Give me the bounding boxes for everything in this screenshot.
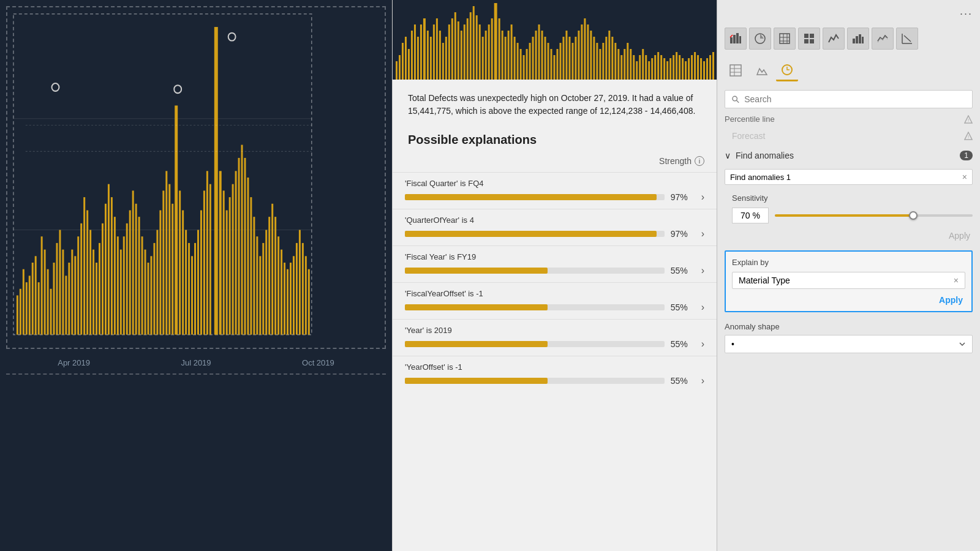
svg-rect-172	[602, 43, 604, 80]
percentile-warning-icon: !	[964, 115, 973, 124]
viz-icon-7[interactable]	[872, 28, 894, 50]
expand-chevron-3[interactable]: ›	[701, 302, 704, 313]
anomaly-shape-label: Anomaly shape	[725, 322, 973, 331]
more-options-icon[interactable]: ...	[960, 5, 973, 18]
svg-rect-47	[148, 263, 149, 335]
search-bar[interactable]	[725, 90, 973, 108]
svg-rect-168	[590, 31, 592, 80]
svg-rect-60	[188, 243, 190, 335]
svg-rect-162	[571, 43, 573, 80]
slider-fill	[775, 214, 913, 217]
svg-rect-49	[153, 243, 155, 335]
slider-thumb[interactable]	[909, 211, 918, 220]
viz-icon-2[interactable]	[749, 28, 771, 50]
svg-rect-122	[448, 24, 450, 80]
viz-icon-1[interactable]	[725, 28, 747, 50]
anomaly-apply-button[interactable]: Apply	[717, 226, 980, 246]
svg-rect-202	[694, 52, 696, 80]
svg-rect-116	[430, 37, 432, 80]
explanations-title: Possible explanations	[393, 127, 717, 156]
format-tool-icon[interactable]	[750, 59, 772, 81]
svg-rect-24	[77, 236, 79, 334]
bar-bg-4	[405, 341, 665, 347]
anomaly-shape-select[interactable]: •	[725, 335, 973, 353]
expand-chevron-1[interactable]: ›	[701, 228, 704, 239]
svg-rect-147	[526, 49, 528, 80]
svg-rect-82	[259, 256, 261, 334]
svg-rect-173	[605, 37, 607, 80]
strength-header: Strength i	[393, 156, 717, 172]
expand-chevron-2[interactable]: ›	[701, 265, 704, 276]
svg-rect-144	[517, 43, 519, 80]
svg-rect-186	[645, 55, 647, 80]
svg-rect-171	[599, 49, 601, 80]
svg-rect-57	[179, 190, 181, 334]
svg-rect-120	[442, 43, 444, 80]
svg-rect-193	[666, 61, 668, 80]
expand-chevron-5[interactable]: ›	[701, 375, 704, 386]
svg-point-236	[733, 96, 737, 101]
explanation-label-2: 'Fiscal Year' is FY19	[405, 252, 704, 261]
svg-rect-163	[575, 37, 576, 80]
svg-rect-225	[856, 36, 858, 43]
svg-rect-131	[476, 15, 478, 80]
svg-rect-126	[461, 31, 462, 80]
svg-rect-128	[467, 18, 469, 80]
find-anomalies-header[interactable]: ∨ Find anomalies 1	[717, 146, 980, 165]
svg-rect-71	[226, 210, 228, 334]
svg-rect-212	[739, 36, 741, 43]
svg-rect-157	[556, 49, 558, 80]
svg-rect-43	[135, 204, 137, 335]
svg-rect-119	[439, 31, 441, 80]
viz-icon-6[interactable]	[847, 28, 869, 50]
expand-chevron-4[interactable]: ›	[701, 339, 704, 350]
explanation-label-3: 'FiscalYearOffset' is -1	[405, 289, 704, 298]
viz-icon-8[interactable]	[896, 28, 918, 50]
search-input[interactable]	[744, 94, 966, 104]
svg-rect-133	[482, 37, 484, 80]
svg-rect-48	[150, 256, 152, 334]
svg-text:!: !	[968, 134, 969, 140]
find-anomalies-tag-input[interactable]: Find anomalies 1 ×	[725, 169, 973, 185]
svg-rect-42	[132, 190, 134, 334]
forecast-row[interactable]: Forecast !	[717, 126, 980, 146]
svg-rect-67	[209, 184, 211, 335]
analytics-tool-icon[interactable]	[776, 59, 798, 81]
explain-by-tag-close[interactable]: ×	[954, 276, 959, 285]
main-chart	[6, 6, 386, 349]
bar-bg-0	[405, 194, 665, 200]
svg-rect-145	[520, 49, 522, 80]
viz-icon-4[interactable]	[798, 28, 820, 50]
bar-pct-4: 55%	[671, 339, 695, 349]
svg-rect-52	[162, 190, 164, 334]
svg-rect-215	[780, 34, 790, 43]
viz-icon-3[interactable]	[774, 28, 796, 50]
svg-rect-40	[126, 223, 128, 335]
svg-rect-28	[89, 230, 91, 335]
svg-rect-127	[464, 24, 466, 80]
chart-label-jul: Jul 2019	[181, 358, 211, 367]
svg-rect-50	[156, 230, 158, 335]
sensitivity-slider[interactable]	[775, 214, 973, 217]
svg-rect-106	[399, 55, 401, 80]
bar-fill-5	[405, 378, 548, 384]
svg-rect-22	[71, 250, 73, 335]
svg-rect-129	[470, 12, 472, 80]
strength-info-icon[interactable]: i	[695, 156, 704, 166]
svg-rect-210	[733, 35, 736, 43]
explain-by-tag-input[interactable]: Material Type ×	[732, 272, 965, 289]
svg-rect-194	[669, 58, 671, 80]
svg-rect-121	[445, 37, 447, 80]
svg-rect-206	[706, 58, 708, 80]
svg-rect-66	[206, 171, 208, 334]
table-tool-icon[interactable]	[725, 59, 747, 81]
svg-rect-90	[284, 263, 285, 335]
svg-rect-177	[617, 49, 619, 80]
viz-icon-5[interactable]	[823, 28, 845, 50]
explanation-item-3: 'FiscalYearOffset' is -1 55% ›	[393, 282, 717, 319]
svg-rect-21	[68, 263, 70, 335]
find-anomalies-tag-close[interactable]: ×	[962, 172, 967, 182]
expand-chevron-0[interactable]: ›	[701, 192, 704, 203]
explain-apply-button[interactable]: Apply	[732, 295, 965, 305]
svg-rect-15	[50, 289, 52, 335]
